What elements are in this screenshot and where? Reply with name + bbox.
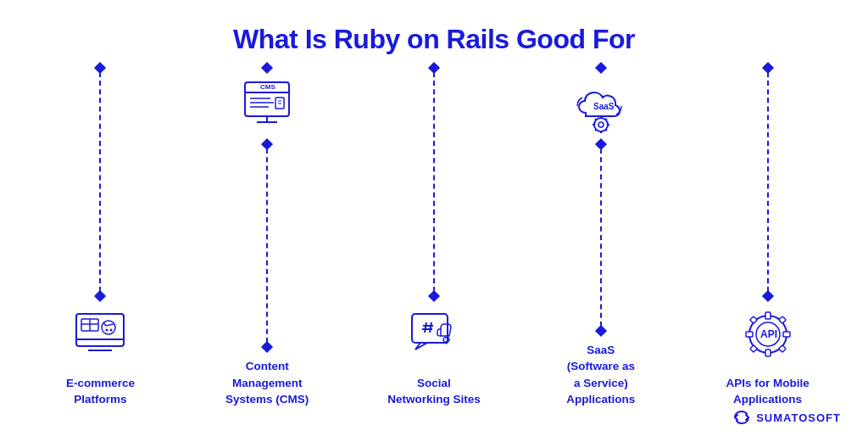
label-api: APIs for MobileApplications (722, 375, 812, 408)
svg-point-28 (598, 122, 604, 127)
brand-name: SUMATOSOFT (756, 411, 841, 424)
brand-logo-icon (732, 408, 751, 427)
icon-api: API (734, 300, 802, 368)
svg-text:SaaS: SaaS (593, 102, 615, 111)
col-cms: CMS ContentManagementSystems (CMS) (184, 64, 351, 408)
label-saas: SaaS(Software asa Service)Applications (563, 342, 638, 408)
diamond-top-ecommerce (94, 62, 106, 74)
label-cms: ContentManagementSystems (CMS) (222, 358, 312, 408)
svg-rect-44 (778, 345, 785, 352)
icon-cms: CMS (233, 72, 301, 140)
svg-text:API: API (760, 328, 777, 340)
col-saas: SaaS (517, 64, 684, 408)
line-saas (600, 148, 602, 327)
line-api (767, 72, 769, 292)
svg-line-35 (605, 119, 607, 120)
svg-rect-45 (778, 316, 785, 323)
label-social: SocialNetworking Sites (384, 375, 484, 408)
svg-rect-40 (765, 350, 771, 356)
svg-point-8 (106, 328, 108, 331)
svg-rect-43 (749, 316, 756, 323)
svg-rect-42 (783, 332, 790, 337)
svg-rect-39 (765, 312, 771, 319)
page-title: What Is Ruby on Rails Good For (233, 24, 635, 55)
diamond-after-saas (595, 138, 607, 150)
diamond-bottom-saas (595, 325, 607, 337)
diamond-top-social (428, 62, 440, 74)
diamond-after-cms (261, 138, 273, 150)
svg-line-34 (605, 130, 607, 131)
page-container: What Is Ruby on Rails Good For (0, 0, 868, 442)
label-ecommerce: E-commercePlatforms (63, 375, 138, 408)
svg-rect-41 (746, 332, 753, 337)
line-ecommerce (99, 72, 101, 292)
items-row: E-commercePlatforms CMS (0, 64, 868, 442)
svg-line-33 (595, 119, 597, 120)
line-social (433, 72, 435, 292)
icon-social (400, 300, 468, 368)
brand-area: SUMATOSOFT (732, 408, 841, 427)
col-social: SocialNetworking Sites (351, 64, 518, 408)
svg-line-36 (595, 130, 597, 131)
svg-line-22 (425, 322, 426, 333)
col-ecommerce: E-commercePlatforms (17, 64, 184, 408)
svg-point-9 (110, 328, 113, 331)
svg-line-23 (430, 322, 431, 333)
svg-text:CMS: CMS (260, 83, 275, 91)
diamond-bottom-cms (261, 341, 273, 353)
line-cms (266, 148, 268, 343)
col-api: API APIs for MobileApplications (684, 64, 851, 408)
svg-rect-46 (749, 345, 756, 352)
diamond-top-api (762, 62, 774, 74)
icon-ecommerce (66, 300, 134, 368)
icon-saas: SaaS (567, 72, 635, 140)
